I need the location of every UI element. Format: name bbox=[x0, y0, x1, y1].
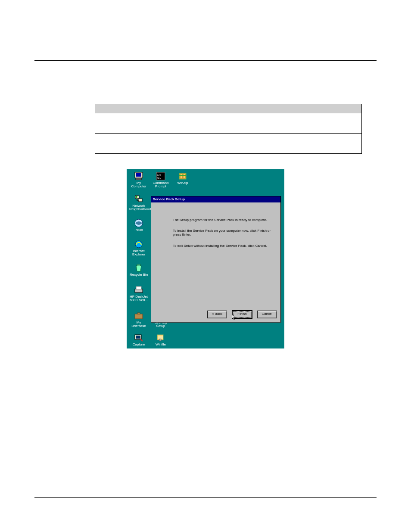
svg-rect-16 bbox=[136, 336, 140, 339]
svg-rect-13 bbox=[135, 314, 143, 319]
icon-label: Winfile bbox=[151, 343, 170, 346]
table-header-cell bbox=[207, 104, 362, 113]
divider-top bbox=[34, 60, 377, 61]
icon-label: Network Neighborhood bbox=[129, 204, 148, 212]
cursor-icon bbox=[232, 314, 236, 320]
service-pack-dialog: Service Pack Setup The Setup program for… bbox=[151, 196, 281, 322]
my-briefcase-icon[interactable]: My Briefcase bbox=[129, 311, 148, 328]
dialog-text: To exit Setup without installing the Ser… bbox=[173, 244, 275, 248]
dialog-title: Service Pack Setup bbox=[153, 197, 185, 201]
table-header-cell bbox=[95, 104, 207, 113]
command-prompt-icon[interactable]: MSC:\ Command Prompt bbox=[151, 172, 170, 189]
document-page: My Computer Network Neighborhood Inbox I… bbox=[0, 0, 411, 532]
hp-deskjet-icon[interactable]: HP DeskJet 680C Seri... bbox=[129, 286, 148, 302]
table-cell bbox=[207, 113, 362, 134]
svg-rect-1 bbox=[136, 173, 141, 177]
dialog-text: The Setup program for the Service Pack i… bbox=[173, 218, 275, 222]
network-neighborhood-icon[interactable]: Network Neighborhood bbox=[129, 195, 148, 212]
icon-label: Command Prompt bbox=[151, 181, 170, 189]
winfile-icon[interactable]: Winfile bbox=[151, 333, 170, 346]
icon-label: My Computer bbox=[129, 181, 148, 189]
dialog-body: The Setup program for the Service Pack i… bbox=[151, 202, 280, 259]
svg-rect-30 bbox=[179, 173, 186, 179]
capture-icon[interactable]: Capture bbox=[129, 333, 148, 346]
spec-table bbox=[95, 104, 362, 154]
dialog-titlebar[interactable]: Service Pack Setup bbox=[151, 196, 280, 202]
icon-label: Inbox bbox=[129, 228, 148, 232]
svg-rect-12 bbox=[136, 286, 141, 289]
dialog-button-row: < Back Finish Cancel bbox=[207, 311, 277, 318]
svg-rect-4 bbox=[138, 199, 142, 202]
table-cell bbox=[95, 113, 207, 134]
table-cell bbox=[207, 134, 362, 154]
svg-rect-29 bbox=[159, 339, 161, 341]
screenshot-desktop: My Computer Network Neighborhood Inbox I… bbox=[127, 169, 284, 348]
inbox-icon[interactable]: Inbox bbox=[129, 219, 148, 232]
winzip-icon[interactable]: WinZip bbox=[173, 172, 192, 185]
table-header-row bbox=[95, 104, 362, 113]
svg-rect-14 bbox=[137, 313, 140, 314]
my-computer-icon[interactable]: My Computer bbox=[129, 172, 148, 189]
internet-explorer-icon[interactable]: Internet Explorer bbox=[129, 240, 148, 257]
dialog-text: To install the Service Pack on your comp… bbox=[173, 229, 275, 236]
icon-label: WinZip bbox=[173, 181, 192, 185]
icon-label: HP DeskJet 680C Seri... bbox=[129, 295, 148, 302]
back-button[interactable]: < Back bbox=[207, 311, 227, 318]
recycle-bin-icon[interactable]: Recycle Bin bbox=[129, 264, 148, 277]
divider-bottom bbox=[34, 497, 377, 498]
svg-rect-28 bbox=[158, 336, 163, 339]
table-row bbox=[95, 134, 362, 154]
icon-label: Recycle Bin bbox=[129, 273, 148, 277]
svg-text:C:\: C:\ bbox=[157, 177, 161, 179]
table-row bbox=[95, 113, 362, 134]
svg-rect-10 bbox=[137, 264, 140, 266]
svg-rect-31 bbox=[181, 174, 182, 178]
table-cell bbox=[95, 134, 207, 154]
spec-table-wrap bbox=[95, 104, 377, 154]
icon-label: Internet Explorer bbox=[129, 249, 148, 257]
svg-rect-2 bbox=[136, 178, 142, 180]
icon-label: My Briefcase bbox=[129, 321, 148, 328]
icon-label: Capture bbox=[129, 343, 148, 346]
svg-point-7 bbox=[136, 196, 137, 198]
svg-rect-32 bbox=[184, 174, 185, 178]
cancel-button[interactable]: Cancel bbox=[257, 311, 277, 318]
